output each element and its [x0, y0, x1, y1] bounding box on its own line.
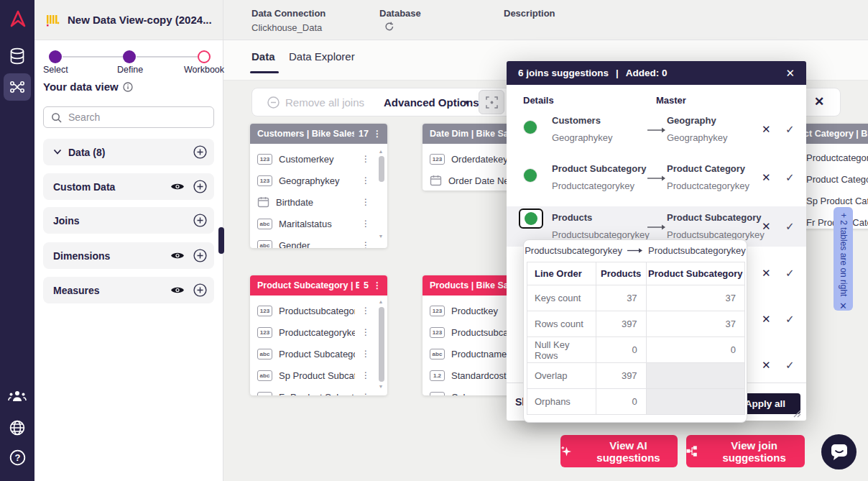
tab-data-explorer[interactable]: Data Explorer	[289, 50, 355, 63]
reject-join-icon[interactable]: ✕	[762, 267, 771, 280]
help-icon[interactable]: ?	[0, 449, 34, 467]
table-card-header[interactable]: Customers | Bike Sales 17 ⋮	[250, 124, 387, 144]
globe-icon[interactable]	[0, 419, 34, 436]
panel-resize-handle[interactable]	[218, 227, 224, 254]
text-type-icon: abc	[430, 392, 445, 396]
eye-icon[interactable]	[170, 182, 185, 191]
data-sources-icon[interactable]	[0, 47, 34, 66]
step-select-dot[interactable]	[49, 50, 62, 63]
join-enabled-toggle-focused[interactable]	[519, 209, 543, 229]
plus-circle-icon[interactable]	[193, 214, 207, 227]
brand-logo[interactable]	[0, 9, 34, 29]
scroll-down-icon[interactable]: ▼	[377, 234, 385, 239]
calendar-icon	[257, 196, 269, 208]
kebab-menu-icon[interactable]: ⋮	[373, 280, 382, 290]
field-row[interactable]: abc Sp Product Subcateg... ⋮	[250, 365, 387, 386]
field-row[interactable]: 123 Productcategorykey ⋮	[250, 321, 387, 343]
kebab-menu-icon[interactable]: ⋮	[361, 240, 370, 248]
modal-header[interactable]: 6 joins suggestions | Added: 0 ✕	[507, 61, 806, 85]
kebab-menu-icon[interactable]: ⋮	[361, 175, 370, 185]
search-box[interactable]	[43, 106, 214, 128]
accordion-custom-data[interactable]: Custom Data	[43, 173, 214, 200]
kebab-menu-icon[interactable]: ⋮	[361, 306, 370, 316]
field-row[interactable]: abc Fr Product Subcateg... ⋮	[250, 386, 387, 395]
reject-join-icon[interactable]: ✕	[762, 313, 771, 326]
kebab-menu-icon[interactable]: ⋮	[361, 327, 370, 337]
tables-on-right-badge[interactable]: + 2 tables are on right ✕	[834, 207, 853, 311]
fit-to-screen-button[interactable]	[479, 90, 504, 114]
accordion-measures[interactable]: Measures	[43, 277, 214, 303]
accept-join-icon[interactable]: ✓	[785, 267, 795, 280]
table-card-header[interactable]: Product Subcategory | Bik... 5 ⋮	[250, 275, 387, 296]
accept-join-icon[interactable]: ✓	[785, 123, 795, 136]
accordion-dimensions[interactable]: Dimensions	[43, 242, 214, 269]
kebab-menu-icon[interactable]: ⋮	[361, 219, 370, 229]
field-row[interactable]: Birthdate ⋮	[250, 191, 387, 213]
reject-join-icon[interactable]: ✕	[762, 220, 771, 233]
join-enabled-toggle[interactable]	[524, 121, 537, 134]
view-join-suggestions-button[interactable]: View join suggestions	[686, 435, 805, 467]
join-stats-table: Line Order Products Product Subcategory …	[527, 262, 745, 415]
scrollbar-thumb[interactable]	[379, 307, 384, 382]
step-workbook-dot[interactable]	[198, 50, 211, 63]
resize-handle-icon[interactable]	[793, 410, 801, 418]
field-row[interactable]: abc Maritalstatus ⋮	[250, 213, 387, 234]
search-input[interactable]	[68, 111, 190, 123]
stats-header: Product Subcategory	[646, 262, 744, 285]
reject-join-icon[interactable]: ✕	[762, 171, 771, 184]
plus-circle-icon[interactable]	[193, 180, 207, 193]
accordion-joins[interactable]: Joins	[43, 207, 214, 234]
eye-icon[interactable]	[170, 251, 185, 260]
join-enabled-toggle[interactable]	[524, 169, 537, 182]
step-define-dot[interactable]	[123, 50, 136, 63]
field-row[interactable]: 123 Customerkey ⋮	[250, 148, 387, 170]
detail-key: Geographykey	[552, 132, 613, 143]
master-table-name: Geography	[667, 115, 716, 126]
remove-all-joins-button[interactable]: Remove all joins	[285, 96, 364, 109]
info-icon[interactable]	[123, 82, 133, 92]
tab-data[interactable]: Data	[251, 50, 275, 63]
scroll-down-icon[interactable]: ▼	[377, 384, 385, 389]
scroll-up-icon[interactable]: ▲	[377, 299, 385, 304]
scroll-up-icon[interactable]: ▲	[377, 149, 385, 154]
refresh-icon[interactable]	[384, 22, 394, 32]
kebab-menu-icon[interactable]: ⋮	[361, 349, 370, 359]
join-suggestions-icon	[686, 445, 697, 457]
people-icon[interactable]	[0, 389, 34, 403]
kebab-menu-icon[interactable]: ⋮	[373, 129, 382, 139]
plus-circle-icon[interactable]	[193, 145, 207, 159]
close-icon[interactable]: ✕	[814, 94, 824, 109]
number-type-icon: 123	[257, 154, 272, 165]
field-row[interactable]: abc Product Subcategory ⋮	[250, 343, 387, 365]
kebab-menu-icon[interactable]: ⋮	[361, 392, 370, 395]
data-view-header[interactable]: New Data View-copy (2024...	[34, 0, 223, 40]
field-row[interactable]: 123 Geographykey ⋮	[250, 170, 387, 191]
table-card-customers[interactable]: Customers | Bike Sales 17 ⋮ 123 Customer…	[250, 124, 387, 248]
eye-icon[interactable]	[170, 285, 185, 295]
field-row[interactable]: 123 Productsubcategory... ⋮	[250, 300, 387, 321]
field-row[interactable]: abc Gender ⋮	[250, 234, 387, 248]
accept-join-icon[interactable]: ✓	[785, 220, 795, 233]
accept-join-icon[interactable]: ✓	[785, 359, 795, 372]
view-ai-suggestions-button[interactable]: View AI suggestions	[560, 435, 678, 467]
accept-join-icon[interactable]: ✓	[785, 313, 795, 326]
plus-circle-icon[interactable]	[193, 249, 207, 262]
table-card-product-subcategory[interactable]: Product Subcategory | Bik... 5 ⋮ 123 Pro…	[250, 275, 387, 395]
plus-circle-icon[interactable]	[193, 283, 207, 297]
accordion-data[interactable]: Data (8)	[43, 139, 214, 165]
kebab-menu-icon[interactable]: ⋮	[361, 154, 370, 164]
kebab-menu-icon[interactable]: ⋮	[361, 370, 370, 380]
master-key: Geographykey	[667, 132, 728, 143]
chat-launcher[interactable]	[821, 434, 857, 469]
kebab-menu-icon[interactable]: ⋮	[361, 197, 370, 207]
popup-target-key: Productsubcategorykey	[648, 245, 746, 256]
decimal-type-icon: 1.2	[430, 370, 445, 381]
reject-join-icon[interactable]: ✕	[762, 359, 771, 372]
close-icon[interactable]: ✕	[839, 301, 847, 311]
join-editor-tab-active[interactable]	[4, 73, 31, 101]
accept-join-icon[interactable]: ✓	[785, 171, 795, 184]
close-icon[interactable]: ✕	[785, 67, 795, 80]
reject-join-icon[interactable]: ✕	[762, 123, 771, 136]
scrollbar-thumb[interactable]	[379, 156, 384, 182]
text-type-icon: abc	[430, 349, 445, 359]
